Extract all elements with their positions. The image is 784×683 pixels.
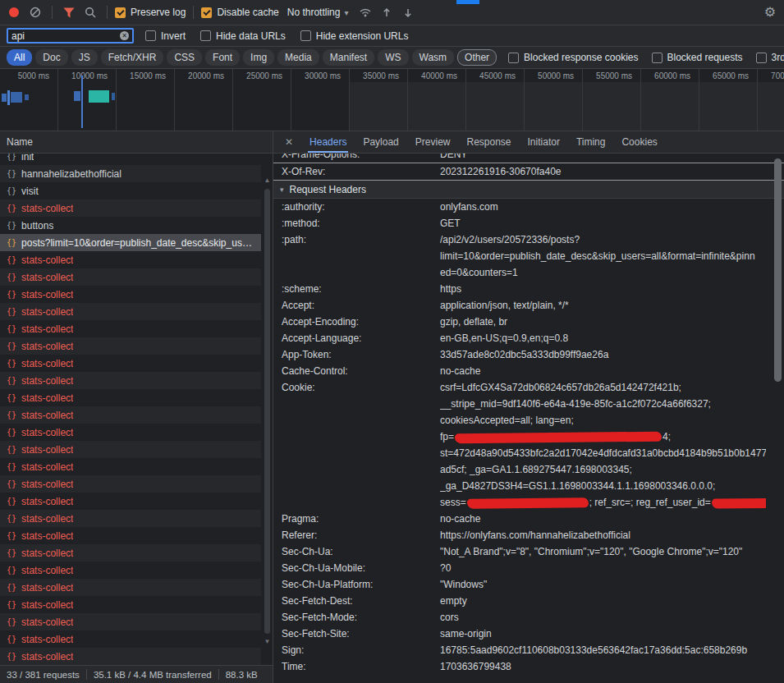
detail-tab[interactable]: Preview (407, 131, 459, 153)
header-value: 16785:5aad9602cf110608b03133de563642fac1… (440, 642, 784, 658)
request-row[interactable]: {} stats-collect (0, 458, 261, 475)
checkbox-unchecked-icon (300, 30, 311, 41)
request-row[interactable]: {} hannahelizabethofficial (0, 165, 261, 182)
header-name: Referer: (273, 527, 440, 543)
request-row[interactable]: {} visit (0, 182, 261, 199)
request-row[interactable]: {} init (0, 154, 261, 165)
request-row[interactable]: {} stats-collect (0, 475, 261, 493)
name-column-header[interactable]: Name (0, 131, 273, 154)
request-headers-section-toggle[interactable]: ▾ Request Headers (273, 181, 784, 199)
header-row: Accept-Encoding: gzip, deflate, br (273, 314, 784, 330)
request-row[interactable]: {} stats-collect (0, 441, 261, 458)
request-row[interactable]: {} stats-collect (0, 199, 261, 217)
detail-tab[interactable]: Cookies (613, 131, 665, 153)
request-row[interactable]: {} stats-collect (0, 493, 261, 510)
type-filter-pill[interactable]: Fetch/XHR (101, 49, 164, 66)
request-row[interactable]: {} stats-collect (0, 527, 261, 544)
type-filter-pill[interactable]: Wasm (412, 49, 455, 66)
request-row[interactable]: {} stats-collect (0, 544, 261, 562)
clear-button[interactable] (26, 3, 44, 21)
request-row[interactable]: {} stats-collect (0, 596, 261, 613)
detail-scrollbar-thumb[interactable] (774, 158, 782, 382)
scrollbar-thumb[interactable] (264, 189, 270, 634)
disable-cache-checkbox[interactable]: Disable cache (201, 7, 278, 18)
settings-button[interactable]: ⚙ (761, 3, 779, 21)
request-row[interactable]: {} stats-collect (0, 320, 261, 337)
request-row[interactable]: {} stats-collect (0, 372, 261, 389)
detail-tab[interactable]: Timing (568, 131, 614, 153)
detail-tab[interactable]: Headers (301, 131, 355, 153)
timeline-tick-label: 30000 ms (305, 71, 341, 80)
close-icon[interactable]: ✕ (277, 136, 301, 148)
filter-checkbox[interactable]: Invert (145, 30, 186, 42)
type-filter-pill[interactable]: Img (243, 49, 274, 66)
type-filter-pill[interactable]: Font (205, 49, 240, 66)
header-value: gzip, deflate, br (440, 314, 784, 330)
requests-scrollbar[interactable]: ▲ ▼ (262, 176, 273, 647)
header-row: Pragma: no-cache (273, 511, 784, 527)
request-row[interactable]: {} stats-collect (0, 406, 261, 424)
search-button[interactable] (81, 3, 99, 21)
request-row[interactable]: {} stats-collect (0, 303, 261, 320)
header-value: no-cache (440, 511, 784, 527)
script-file-icon: {} (7, 617, 16, 626)
checkbox-label: Blocked requests (667, 52, 743, 63)
filter-checkbox[interactable]: Blocked requests (652, 52, 743, 63)
request-name: stats-collect (21, 358, 73, 369)
scroll-down-icon[interactable]: ▼ (264, 639, 271, 645)
filter-toggle-button[interactable] (60, 3, 78, 21)
record-button[interactable] (5, 3, 23, 21)
filter-input[interactable]: api ✕ (7, 28, 134, 44)
timeline-overview[interactable]: 5000 ms10000 ms15000 ms20000 ms25000 ms3… (0, 69, 784, 131)
request-row[interactable]: {} stats-collect (0, 613, 261, 630)
header-name: Accept-Encoding: (273, 314, 440, 330)
detail-tab[interactable]: Payload (355, 131, 406, 153)
header-value: GET (440, 215, 784, 231)
header-value: en-GB,en-US;q=0.9,en;q=0.8 (440, 330, 784, 346)
network-conditions-button[interactable] (356, 3, 374, 21)
type-filter-pill[interactable]: Other (457, 49, 497, 66)
header-name: :method: (273, 215, 440, 231)
scroll-up-icon[interactable]: ▲ (264, 177, 271, 184)
type-filter-pill[interactable]: WS (378, 49, 408, 66)
type-filter-pill[interactable]: All (7, 49, 32, 66)
type-filter-pill[interactable]: Manifest (323, 49, 374, 66)
detail-tab[interactable]: Response (458, 131, 519, 153)
checkbox-label: 3rd-party requests (772, 52, 784, 63)
header-name: X-Frame-Options: (273, 154, 440, 163)
request-row[interactable]: {} stats-collect (0, 355, 261, 372)
timeline-tick: 25000 ms (233, 69, 291, 131)
request-row[interactable]: {} stats-collect (0, 286, 261, 303)
request-row[interactable]: {} stats-collect (0, 510, 261, 527)
type-filter-pill[interactable]: Doc (35, 49, 67, 66)
checkbox-unchecked-icon (200, 30, 211, 41)
type-filter-pill[interactable]: Media (277, 49, 319, 66)
request-row[interactable]: {} stats-collect (0, 337, 261, 355)
header-value: "Windows" (440, 576, 784, 593)
request-row[interactable]: {} stats-collect (0, 424, 261, 441)
import-har-button[interactable] (378, 3, 396, 21)
request-row[interactable]: {} stats-collect (0, 630, 261, 648)
filter-checkbox[interactable]: 3rd-party requests (756, 52, 784, 63)
export-har-button[interactable] (399, 3, 417, 21)
request-row[interactable]: {} stats-collect (0, 579, 261, 596)
clear-filter-icon[interactable]: ✕ (120, 31, 129, 40)
throttling-dropdown[interactable]: No throttling ▾ (282, 7, 354, 18)
filter-checkbox[interactable]: Hide data URLs (200, 30, 286, 42)
name-column-label: Name (7, 136, 33, 148)
request-row[interactable]: {} stats-collect (0, 562, 261, 579)
request-row[interactable]: {} stats-collect (0, 648, 261, 665)
type-filter-pill[interactable]: JS (71, 49, 98, 66)
request-row[interactable]: {} stats-collect (0, 389, 261, 406)
header-value: 33d57ade8c02dbc5a333db99ff9ae26a (440, 346, 784, 363)
filter-checkbox[interactable]: Hide extension URLs (300, 30, 409, 42)
request-row[interactable]: {} stats-collect (0, 251, 261, 268)
filter-checkbox[interactable]: Blocked response cookies (508, 52, 638, 63)
type-filter-pill[interactable]: CSS (167, 49, 202, 66)
request-row[interactable]: {} buttons (0, 217, 261, 234)
request-row[interactable]: {} stats-collect (0, 268, 261, 286)
detail-tab[interactable]: Initiator (520, 131, 568, 153)
preserve-log-checkbox[interactable]: Preserve log (115, 7, 186, 18)
request-row[interactable]: {} posts?limit=10&order=publish_date_des… (0, 234, 261, 251)
header-value: 202312261916-30670fa40e (440, 163, 784, 180)
